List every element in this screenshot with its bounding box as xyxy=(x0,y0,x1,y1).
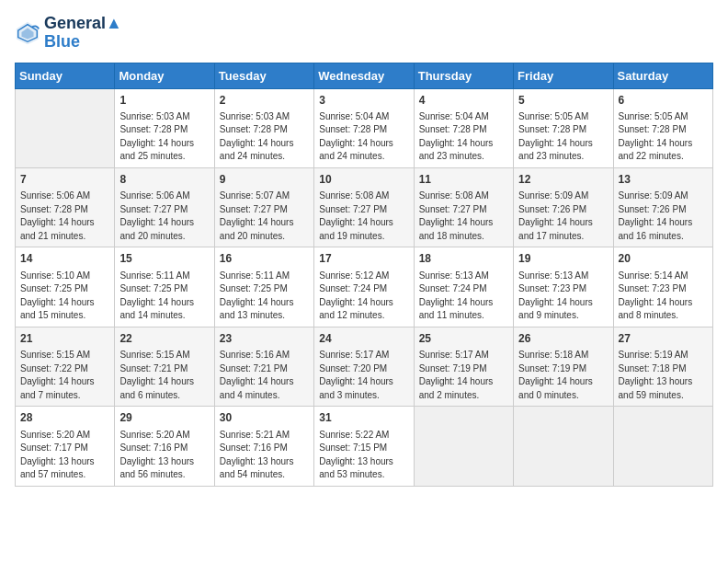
day-info: Sunrise: 5:21 AM Sunset: 7:16 PM Dayligh… xyxy=(220,429,309,482)
week-row-1: 1Sunrise: 5:03 AM Sunset: 7:28 PM Daylig… xyxy=(16,88,713,167)
calendar-cell: 7Sunrise: 5:06 AM Sunset: 7:28 PM Daylig… xyxy=(16,167,115,247)
day-info: Sunrise: 5:22 AM Sunset: 7:15 PM Dayligh… xyxy=(319,429,408,482)
day-info: Sunrise: 5:06 AM Sunset: 7:28 PM Dayligh… xyxy=(20,190,109,243)
day-number: 20 xyxy=(619,251,708,267)
logo: General▲ Blue xyxy=(15,15,122,52)
day-info: Sunrise: 5:08 AM Sunset: 7:27 PM Dayligh… xyxy=(419,190,508,243)
week-row-4: 21Sunrise: 5:15 AM Sunset: 7:22 PM Dayli… xyxy=(16,327,713,406)
day-number: 8 xyxy=(119,172,209,188)
calendar-cell: 3Sunrise: 5:04 AM Sunset: 7:28 PM Daylig… xyxy=(314,88,414,167)
day-info: Sunrise: 5:08 AM Sunset: 7:27 PM Dayligh… xyxy=(319,190,408,243)
day-info: Sunrise: 5:09 AM Sunset: 7:26 PM Dayligh… xyxy=(518,190,608,243)
calendar-cell xyxy=(613,407,712,486)
calendar-cell: 27Sunrise: 5:19 AM Sunset: 7:18 PM Dayli… xyxy=(613,327,712,406)
day-info: Sunrise: 5:07 AM Sunset: 7:27 PM Dayligh… xyxy=(220,190,309,243)
day-number: 16 xyxy=(220,251,309,267)
day-number: 29 xyxy=(119,410,209,426)
day-number: 7 xyxy=(20,172,109,188)
col-header-friday: Friday xyxy=(514,63,613,88)
calendar-table: SundayMondayTuesdayWednesdayThursdayFrid… xyxy=(15,63,713,487)
day-number: 4 xyxy=(419,93,508,109)
day-number: 31 xyxy=(319,410,408,426)
col-header-monday: Monday xyxy=(115,63,214,88)
day-number: 17 xyxy=(319,251,408,267)
day-number: 18 xyxy=(419,251,508,267)
day-number: 9 xyxy=(220,172,309,188)
calendar-cell: 28Sunrise: 5:20 AM Sunset: 7:17 PM Dayli… xyxy=(16,407,115,486)
day-info: Sunrise: 5:15 AM Sunset: 7:21 PM Dayligh… xyxy=(119,349,209,402)
week-row-5: 28Sunrise: 5:20 AM Sunset: 7:17 PM Dayli… xyxy=(16,407,713,486)
day-info: Sunrise: 5:06 AM Sunset: 7:27 PM Dayligh… xyxy=(119,190,209,243)
calendar-cell: 14Sunrise: 5:10 AM Sunset: 7:25 PM Dayli… xyxy=(16,247,115,327)
day-number: 6 xyxy=(619,93,708,109)
day-number: 15 xyxy=(119,251,209,267)
calendar-cell: 13Sunrise: 5:09 AM Sunset: 7:26 PM Dayli… xyxy=(613,167,712,247)
day-number: 1 xyxy=(119,93,209,109)
calendar-cell: 9Sunrise: 5:07 AM Sunset: 7:27 PM Daylig… xyxy=(214,167,313,247)
calendar-cell: 19Sunrise: 5:13 AM Sunset: 7:23 PM Dayli… xyxy=(514,247,613,327)
calendar-cell xyxy=(414,407,513,486)
day-info: Sunrise: 5:10 AM Sunset: 7:25 PM Dayligh… xyxy=(20,270,109,323)
calendar-cell: 20Sunrise: 5:14 AM Sunset: 7:23 PM Dayli… xyxy=(613,247,712,327)
week-row-2: 7Sunrise: 5:06 AM Sunset: 7:28 PM Daylig… xyxy=(16,167,713,247)
calendar-cell: 15Sunrise: 5:11 AM Sunset: 7:25 PM Dayli… xyxy=(115,247,214,327)
day-info: Sunrise: 5:13 AM Sunset: 7:23 PM Dayligh… xyxy=(518,270,608,323)
day-info: Sunrise: 5:17 AM Sunset: 7:19 PM Dayligh… xyxy=(419,349,508,402)
day-info: Sunrise: 5:03 AM Sunset: 7:28 PM Dayligh… xyxy=(220,110,309,164)
calendar-cell: 25Sunrise: 5:17 AM Sunset: 7:19 PM Dayli… xyxy=(414,327,513,406)
day-number: 23 xyxy=(220,331,309,347)
day-number: 12 xyxy=(518,172,608,188)
day-number: 21 xyxy=(20,331,109,347)
calendar-cell: 17Sunrise: 5:12 AM Sunset: 7:24 PM Dayli… xyxy=(314,247,414,327)
calendar-cell: 26Sunrise: 5:18 AM Sunset: 7:19 PM Dayli… xyxy=(514,327,613,406)
calendar-cell: 30Sunrise: 5:21 AM Sunset: 7:16 PM Dayli… xyxy=(214,407,313,486)
calendar-cell: 12Sunrise: 5:09 AM Sunset: 7:26 PM Dayli… xyxy=(514,167,613,247)
calendar-cell xyxy=(514,407,613,486)
calendar-cell: 23Sunrise: 5:16 AM Sunset: 7:21 PM Dayli… xyxy=(214,327,313,406)
day-number: 28 xyxy=(20,410,109,426)
day-info: Sunrise: 5:05 AM Sunset: 7:28 PM Dayligh… xyxy=(619,110,708,164)
calendar-cell: 6Sunrise: 5:05 AM Sunset: 7:28 PM Daylig… xyxy=(613,88,712,167)
day-number: 22 xyxy=(119,331,209,347)
calendar-cell: 4Sunrise: 5:04 AM Sunset: 7:28 PM Daylig… xyxy=(414,88,513,167)
calendar-cell: 21Sunrise: 5:15 AM Sunset: 7:22 PM Dayli… xyxy=(16,327,115,406)
day-number: 13 xyxy=(619,172,708,188)
calendar-cell xyxy=(16,88,115,167)
day-info: Sunrise: 5:19 AM Sunset: 7:18 PM Dayligh… xyxy=(619,349,708,402)
col-header-wednesday: Wednesday xyxy=(314,63,414,88)
col-header-saturday: Saturday xyxy=(613,63,712,88)
day-info: Sunrise: 5:18 AM Sunset: 7:19 PM Dayligh… xyxy=(518,349,608,402)
calendar-cell: 10Sunrise: 5:08 AM Sunset: 7:27 PM Dayli… xyxy=(314,167,414,247)
day-number: 5 xyxy=(518,93,608,109)
day-info: Sunrise: 5:20 AM Sunset: 7:17 PM Dayligh… xyxy=(20,429,109,482)
calendar-cell: 16Sunrise: 5:11 AM Sunset: 7:25 PM Dayli… xyxy=(214,247,313,327)
day-number: 25 xyxy=(419,331,508,347)
calendar-cell: 11Sunrise: 5:08 AM Sunset: 7:27 PM Dayli… xyxy=(414,167,513,247)
calendar-cell: 8Sunrise: 5:06 AM Sunset: 7:27 PM Daylig… xyxy=(115,167,214,247)
day-info: Sunrise: 5:04 AM Sunset: 7:28 PM Dayligh… xyxy=(419,110,508,164)
calendar-cell: 18Sunrise: 5:13 AM Sunset: 7:24 PM Dayli… xyxy=(414,247,513,327)
week-row-3: 14Sunrise: 5:10 AM Sunset: 7:25 PM Dayli… xyxy=(16,247,713,327)
logo-icon xyxy=(15,20,40,46)
day-number: 30 xyxy=(220,410,309,426)
day-number: 24 xyxy=(319,331,408,347)
col-header-tuesday: Tuesday xyxy=(214,63,313,88)
day-info: Sunrise: 5:11 AM Sunset: 7:25 PM Dayligh… xyxy=(220,270,309,323)
day-info: Sunrise: 5:03 AM Sunset: 7:28 PM Dayligh… xyxy=(119,110,209,164)
day-number: 19 xyxy=(518,251,608,267)
day-number: 2 xyxy=(220,93,309,109)
col-header-thursday: Thursday xyxy=(414,63,513,88)
day-info: Sunrise: 5:11 AM Sunset: 7:25 PM Dayligh… xyxy=(119,270,209,323)
day-number: 26 xyxy=(518,331,608,347)
calendar-cell: 31Sunrise: 5:22 AM Sunset: 7:15 PM Dayli… xyxy=(314,407,414,486)
day-number: 3 xyxy=(319,93,408,109)
calendar-cell: 29Sunrise: 5:20 AM Sunset: 7:16 PM Dayli… xyxy=(115,407,214,486)
day-info: Sunrise: 5:09 AM Sunset: 7:26 PM Dayligh… xyxy=(619,190,708,243)
page-header: General▲ Blue xyxy=(15,15,713,52)
calendar-cell: 5Sunrise: 5:05 AM Sunset: 7:28 PM Daylig… xyxy=(514,88,613,167)
day-info: Sunrise: 5:05 AM Sunset: 7:28 PM Dayligh… xyxy=(518,110,608,164)
calendar-cell: 22Sunrise: 5:15 AM Sunset: 7:21 PM Dayli… xyxy=(115,327,214,406)
day-info: Sunrise: 5:13 AM Sunset: 7:24 PM Dayligh… xyxy=(419,270,508,323)
day-info: Sunrise: 5:14 AM Sunset: 7:23 PM Dayligh… xyxy=(619,270,708,323)
calendar-cell: 24Sunrise: 5:17 AM Sunset: 7:20 PM Dayli… xyxy=(314,327,414,406)
